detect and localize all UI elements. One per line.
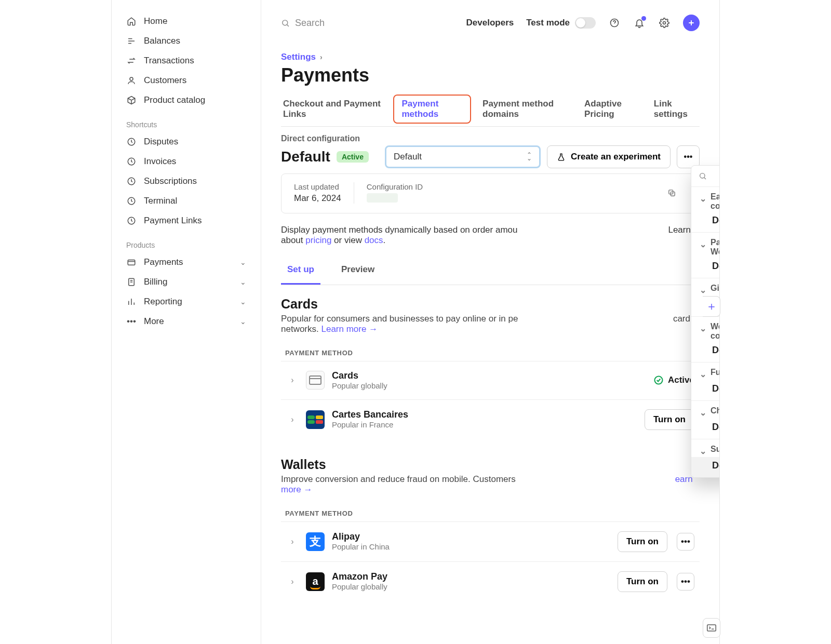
tab-link-settings[interactable]: Link settings: [652, 95, 700, 126]
config-select-popover: ⌄Easy Digital Downloads configurationsDe…: [691, 165, 719, 478]
sidebar-item-label: Invoices: [144, 156, 176, 167]
breadcrumb-label: Settings: [281, 52, 316, 62]
popover-group-header[interactable]: ⌄GiveWP configurations: [691, 278, 719, 296]
config-select[interactable]: Default ⌃⌄: [385, 145, 541, 168]
sidebar-item-subscriptions[interactable]: Subscriptions: [121, 171, 251, 191]
chevron-down-icon: ⌄: [240, 258, 246, 266]
popover-option[interactable]: Default: [691, 419, 719, 439]
pm-sub: Popular in China: [332, 542, 390, 551]
subtab-setup[interactable]: Set up: [281, 256, 320, 285]
popover-option[interactable]: Default: [691, 380, 719, 400]
learn-more-link[interactable]: Learn more →: [321, 324, 378, 334]
popover-option[interactable]: Default: [691, 212, 719, 232]
pm-row-cartes-bancaires[interactable]: › Cartes Bancaires Popular in France Tur…: [281, 399, 700, 439]
page-title: Payments: [281, 64, 700, 86]
config-name: Default: [281, 149, 330, 165]
sidebar-item-payments[interactable]: Payments⌄: [121, 252, 251, 272]
turn-on-button[interactable]: Turn on: [645, 409, 694, 430]
config-id-value: [367, 193, 398, 203]
popover-option[interactable]: Default: [691, 342, 719, 362]
popover-option[interactable]: Default: [691, 258, 719, 278]
popover-group-header[interactable]: ⌄SureCart configurations: [691, 439, 719, 457]
pm-row-amazon-pay[interactable]: › a Amazon Pay Popular globally Turn on …: [281, 561, 700, 601]
config-description: Display payment methods dynamically base…: [281, 225, 700, 246]
pm-status-active: Active: [653, 375, 694, 385]
sidebar-item-terminal[interactable]: Terminal: [121, 191, 251, 211]
popover-group-header[interactable]: ⌄Payment Plugins for Stripe WooCommerce …: [691, 233, 719, 258]
sidebar-item-more[interactable]: •••More⌄: [121, 312, 251, 331]
settings-icon[interactable]: [658, 17, 671, 29]
breadcrumb[interactable]: Settings ›: [281, 52, 323, 62]
flask-icon: [557, 153, 566, 162]
help-icon[interactable]: [608, 17, 621, 29]
add-account-button[interactable]: [683, 15, 700, 31]
tab-payment-methods[interactable]: Payment methods: [393, 95, 471, 124]
tab-adaptive-pricing[interactable]: Adaptive Pricing: [582, 95, 642, 126]
sidebar-item-billing[interactable]: Billing⌄: [121, 272, 251, 292]
chevron-down-icon: ⌄: [240, 298, 246, 306]
button-label: Create an experiment: [571, 152, 661, 162]
sidebar-item-label: Subscriptions: [144, 176, 197, 186]
row-overflow-button[interactable]: •••: [677, 533, 694, 551]
floating-terminal-button[interactable]: [703, 618, 720, 638]
notifications-icon[interactable]: [633, 17, 646, 29]
alipay-icon: 支: [306, 532, 325, 551]
pm-row-alipay[interactable]: › 支 Alipay Popular in China Turn on •••: [281, 521, 700, 561]
chevron-down-icon: ⌄: [700, 194, 706, 204]
subtab-preview[interactable]: Preview: [335, 256, 381, 285]
pm-name: Alipay: [332, 532, 390, 542]
search-input[interactable]: Search: [281, 18, 325, 29]
popover-search[interactable]: [691, 166, 719, 187]
popover-group-header[interactable]: ⌄Checkout Plugins configurations: [691, 401, 719, 419]
pm-sub: Popular in France: [332, 420, 408, 429]
pm-header: PAYMENT METHOD: [285, 509, 700, 517]
chevron-right-icon[interactable]: ›: [286, 413, 299, 426]
developers-link[interactable]: Developers: [466, 18, 514, 28]
balances-icon: [126, 36, 137, 46]
bar-chart-icon: [126, 297, 137, 307]
create-experiment-button[interactable]: Create an experiment: [547, 145, 671, 168]
sidebar-item-home[interactable]: Home: [121, 11, 251, 31]
tab-checkout-links[interactable]: Checkout and Payment Links: [281, 95, 384, 126]
chevron-right-icon[interactable]: ›: [286, 535, 299, 548]
sidebar-item-payment-links[interactable]: Payment Links: [121, 211, 251, 231]
popover-group-header[interactable]: ⌄Easy Digital Downloads configurations: [691, 187, 719, 212]
pm-name: Amazon Pay: [332, 572, 387, 582]
sidebar-item-transactions[interactable]: Transactions: [121, 51, 251, 71]
test-mode-toggle[interactable]: Test mode: [526, 17, 596, 29]
docs-link[interactable]: docs: [365, 235, 383, 245]
pm-header: PAYMENT METHOD: [285, 349, 700, 357]
turn-on-button[interactable]: Turn on: [618, 571, 667, 592]
copy-icon[interactable]: [667, 189, 687, 197]
chevron-right-icon[interactable]: ›: [286, 374, 299, 386]
tab-pm-domains[interactable]: Payment method domains: [480, 95, 573, 126]
sidebar-item-customers[interactable]: Customers: [121, 71, 251, 90]
chevron-down-icon: ⌄: [700, 408, 706, 418]
search-icon: [281, 19, 290, 28]
section-wallets: Wallets Improve conversion and reduce fr…: [281, 457, 700, 601]
sidebar-item-label: Payments: [144, 257, 183, 267]
sidebar-item-label: Home: [144, 16, 167, 26]
floating-add-button[interactable]: ＋: [703, 296, 720, 317]
popover-group-header[interactable]: ⌄FunnelKit configurations: [691, 363, 719, 380]
turn-on-button[interactable]: Turn on: [618, 531, 667, 552]
clock-icon: [126, 216, 137, 226]
pm-row-cards[interactable]: › Cards Popular globally Active: [281, 361, 700, 399]
search-placeholder: Search: [295, 18, 325, 29]
sidebar-item-product-catalog[interactable]: Product catalog: [121, 90, 251, 110]
pricing-link[interactable]: pricing: [305, 235, 331, 245]
chevron-right-icon[interactable]: ›: [286, 575, 299, 588]
svg-point-8: [283, 20, 288, 25]
popover-group-header[interactable]: ⌄WooCommerce Inc. configurations: [691, 317, 719, 342]
sidebar-item-invoices[interactable]: Invoices: [121, 152, 251, 171]
amazon-icon: a: [306, 572, 325, 591]
tabs: Checkout and Payment Links Payment metho…: [281, 95, 700, 127]
row-overflow-button[interactable]: •••: [677, 573, 694, 591]
popover-option-surecart-default[interactable]: Default: [691, 457, 719, 477]
sidebar-item-disputes[interactable]: Disputes: [121, 132, 251, 152]
sidebar-heading-shortcuts: Shortcuts: [126, 120, 251, 129]
wallet-icon: [126, 257, 137, 267]
sidebar-item-balances[interactable]: Balances: [121, 31, 251, 51]
sidebar-item-label: Billing: [144, 277, 167, 287]
sidebar-item-reporting[interactable]: Reporting⌄: [121, 292, 251, 312]
